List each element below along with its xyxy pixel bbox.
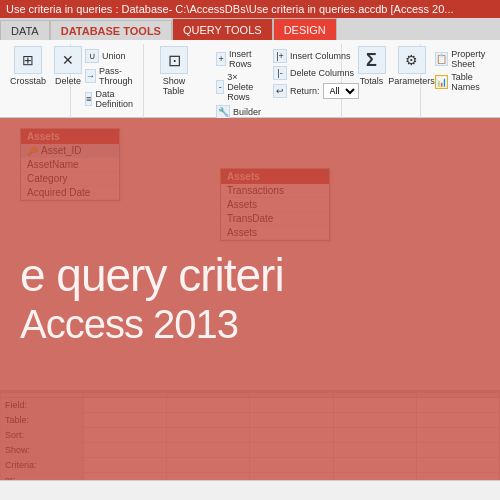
grid-cell[interactable] [416, 413, 499, 428]
grid-row: Table: [1, 413, 500, 428]
insert-rows-button[interactable]: + Insert Rows [214, 48, 263, 70]
builder-icon: 🔧 [216, 105, 230, 119]
grid-cell[interactable] [167, 428, 250, 443]
pass-through-icon: → [85, 69, 96, 83]
union-icon: ∪ [85, 49, 99, 63]
tab-bar: DATA DATABASE TOOLS QUERY TOOLS DESIGN [0, 18, 500, 40]
grid-row-header: Field: [1, 398, 84, 413]
grid-row-header: Criteria: [1, 458, 84, 473]
content-area: Assets 🔑 Asset_ID AssetName Category Acq… [0, 118, 500, 480]
delete-rows-button[interactable]: - 3× Delete Rows [214, 71, 263, 103]
show-table-button[interactable]: ⊡ Show Table [156, 44, 192, 98]
results-buttons: ⊞ Crosstab ✕ Delete [10, 44, 62, 120]
query-type-buttons: ∪ Union → Pass-Through ≡ Data Definition [83, 48, 135, 110]
grid-row: Sort: [1, 428, 500, 443]
grid-cell[interactable] [333, 473, 416, 481]
assets-table-1-header: Assets [21, 129, 119, 144]
grid-cell[interactable] [416, 473, 499, 481]
grid-cell[interactable] [250, 398, 333, 413]
status-bar [0, 480, 500, 500]
assets-row: Assets [221, 198, 329, 212]
title-bar: Use criteria in queries : Database- C:\A… [0, 0, 500, 18]
grid-cell[interactable] [250, 428, 333, 443]
grid-row: Criteria: [1, 458, 500, 473]
grid-cell[interactable] [167, 413, 250, 428]
grid-cell[interactable] [167, 398, 250, 413]
grid-cell[interactable] [167, 443, 250, 458]
table-names-icon: 📊 [435, 75, 448, 89]
pass-through-button[interactable]: → Pass-Through [83, 65, 135, 87]
grid-cell[interactable] [84, 443, 167, 458]
overlay-line3: Access 2013 [20, 300, 238, 348]
parameters-button[interactable]: ⚙ Parameters [394, 44, 430, 88]
grid-cell[interactable] [416, 443, 499, 458]
tab-query-tools[interactable]: QUERY TOOLS [172, 18, 273, 40]
parameters-icon: ⚙ [398, 46, 426, 74]
grid-area: Field:Table:Sort:Show:Criteria:or: [0, 390, 500, 480]
grid-row: or: [1, 473, 500, 481]
category-row: Category [21, 172, 119, 186]
tab-database-tools[interactable]: DATABASE TOOLS [50, 20, 172, 40]
delete-rows-icon: - [216, 80, 224, 94]
assetname-row: AssetName [21, 158, 119, 172]
query-setup-left: + Insert Rows - 3× Delete Rows 🔧 Builder [214, 48, 263, 120]
table-names-button[interactable]: 📊 Table Names [433, 71, 486, 93]
delete-columns-button[interactable]: |- Delete Columns [271, 65, 361, 81]
assets2-row: Assets [221, 226, 329, 240]
delete-icon: ✕ [54, 46, 82, 74]
criteria-grid: Field:Table:Sort:Show:Criteria:or: [0, 392, 500, 480]
tab-design[interactable]: DESIGN [273, 18, 337, 40]
union-button[interactable]: ∪ Union [83, 48, 135, 64]
grid-cell[interactable] [84, 473, 167, 481]
grid-row-header: Table: [1, 413, 84, 428]
main-container: Use criteria in queries : Database- C:\A… [0, 0, 500, 500]
grid-cell[interactable] [416, 398, 499, 413]
grid-cell[interactable] [250, 443, 333, 458]
grid-cell[interactable] [250, 473, 333, 481]
grid-cell[interactable] [416, 458, 499, 473]
insert-columns-button[interactable]: |+ Insert Columns [271, 48, 361, 64]
grid-cell[interactable] [167, 458, 250, 473]
grid-cell[interactable] [84, 428, 167, 443]
show-table-icon: ⊡ [160, 46, 188, 74]
grid-cell[interactable] [416, 428, 499, 443]
grid-body: Field:Table:Sort:Show:Criteria:or: [1, 398, 500, 481]
grid-cell[interactable] [250, 413, 333, 428]
tab-data[interactable]: DATA [0, 20, 50, 40]
title-text: Use criteria in queries : Database- C:\A… [6, 3, 454, 15]
data-definition-button[interactable]: ≡ Data Definition [83, 88, 135, 110]
grid-cell[interactable] [333, 428, 416, 443]
delete-columns-icon: |- [273, 66, 287, 80]
assets-table-2-header: Assets [221, 169, 329, 184]
return-button[interactable]: ↩ Return: All 5 25 [271, 82, 361, 100]
grid-cell[interactable] [333, 458, 416, 473]
overlay-line1: e query criteri [20, 250, 284, 301]
grid-cell[interactable] [84, 413, 167, 428]
data-definition-icon: ≡ [85, 92, 92, 106]
transdate-row: TransDate [221, 212, 329, 226]
design-area: Assets 🔑 Asset_ID AssetName Category Acq… [0, 118, 500, 480]
ribbon: ⊞ Crosstab ✕ Delete Results ∪ Union [0, 40, 500, 118]
grid-row: Field: [1, 398, 500, 413]
crosstab-button[interactable]: ⊞ Crosstab [10, 44, 46, 88]
grid-cell[interactable] [84, 458, 167, 473]
grid-cell[interactable] [250, 458, 333, 473]
grid-cell[interactable] [333, 398, 416, 413]
query-setup-right: |+ Insert Columns |- Delete Columns ↩ Re… [271, 48, 361, 120]
grid-cell[interactable] [333, 413, 416, 428]
grid-row: Show: [1, 443, 500, 458]
key-icon: 🔑 [27, 146, 38, 156]
grid-cell[interactable] [84, 398, 167, 413]
grid-cell[interactable] [333, 443, 416, 458]
totals-icon: Σ [358, 46, 386, 74]
return-icon: ↩ [273, 84, 287, 98]
assets-table-2: Assets Transactions Assets TransDate Ass… [220, 168, 330, 241]
assets-table-1: Assets 🔑 Asset_ID AssetName Category Acq… [20, 128, 120, 201]
asset-id-row: 🔑 Asset_ID [21, 144, 119, 158]
totals-button[interactable]: Σ Totals [354, 44, 390, 88]
grid-row-header: Sort: [1, 428, 84, 443]
property-sheet-button[interactable]: 📋 Property Sheet [433, 48, 486, 70]
grid-row-header: or: [1, 473, 84, 481]
grid-cell[interactable] [167, 473, 250, 481]
insert-columns-icon: |+ [273, 49, 287, 63]
